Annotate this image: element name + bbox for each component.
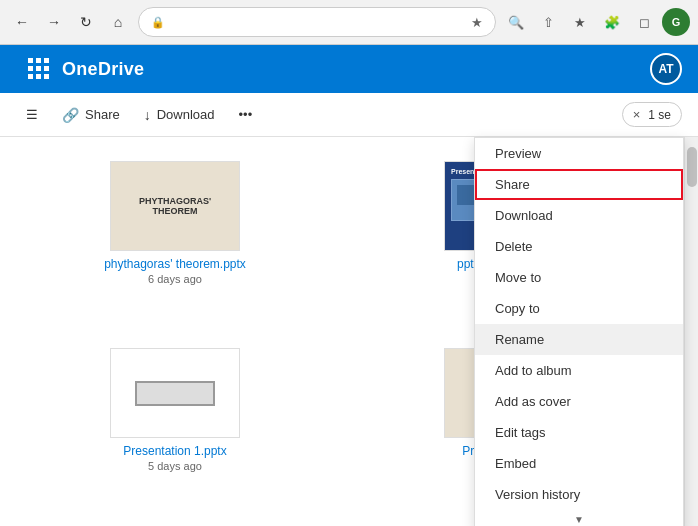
- file-item[interactable]: Presentation 1.pptx 5 days ago: [16, 340, 334, 511]
- file-thumbnail: [110, 348, 240, 438]
- share-icon: 🔗: [62, 107, 79, 123]
- menu-item-add-as-cover[interactable]: Add as cover: [475, 386, 683, 417]
- file-date: 6 days ago: [148, 273, 202, 285]
- menu-label-edit-tags: Edit tags: [495, 425, 546, 440]
- nav-buttons: ← → ↻ ⌂: [8, 8, 132, 36]
- menu-item-copy-to[interactable]: Copy to: [475, 293, 683, 324]
- browser-chrome: ← → ↻ ⌂ 🔒 https://onedrive.live.com/?id=…: [0, 0, 698, 45]
- thumb-phythagoras: PHYTHAGORAS'THEOREM: [111, 162, 239, 250]
- share-label: Share: [85, 107, 120, 122]
- menu-label-rename: Rename: [495, 332, 544, 347]
- menu-label-add-as-cover: Add as cover: [495, 394, 571, 409]
- file-date: 5 days ago: [148, 460, 202, 472]
- menu-scroll-indicator: ▼: [475, 510, 683, 526]
- menu-label-download: Download: [495, 208, 553, 223]
- back-button[interactable]: ←: [8, 8, 36, 36]
- menu-item-add-to-album[interactable]: Add to album: [475, 355, 683, 386]
- home-button[interactable]: ⌂: [104, 8, 132, 36]
- download-button[interactable]: ↓ Download: [134, 101, 225, 129]
- main-content: PHYTHAGORAS'THEOREM phythagoras' theorem…: [0, 137, 698, 526]
- menu-label-delete: Delete: [495, 239, 533, 254]
- window-button[interactable]: ◻: [630, 8, 658, 36]
- file-thumbnail: PHYTHAGORAS'THEOREM: [110, 161, 240, 251]
- thumb-presentation1: [111, 349, 239, 437]
- context-menu: Preview Share Download Delete Move to Co…: [474, 137, 684, 526]
- share-ext-button[interactable]: ⇧: [534, 8, 562, 36]
- file-name: phythagoras' theorem.pptx: [104, 257, 246, 271]
- waffle-icon[interactable]: [28, 58, 50, 80]
- star-button[interactable]: ★: [566, 8, 594, 36]
- file-item[interactable]: PHYTHAGORAS'THEOREM phythagoras' theorem…: [16, 153, 334, 324]
- menu-item-edit-tags[interactable]: Edit tags: [475, 417, 683, 448]
- scroll-down-icon: ▼: [574, 514, 584, 525]
- menu-item-embed[interactable]: Embed: [475, 448, 683, 479]
- app-header: ⁢⁢⁢ OneDrive AT: [0, 45, 698, 93]
- scrollbar-thumb[interactable]: [687, 147, 697, 187]
- lock-icon: 🔒: [151, 16, 165, 29]
- thumb-rect: [135, 381, 215, 406]
- selection-text: 1 se: [648, 108, 671, 122]
- menu-item-version-history[interactable]: Version history: [475, 479, 683, 510]
- download-label: Download: [157, 107, 215, 122]
- menu-label-preview: Preview: [495, 146, 541, 161]
- menu-label-share: Share: [495, 177, 530, 192]
- search-button[interactable]: 🔍: [502, 8, 530, 36]
- app-title: OneDrive: [62, 59, 144, 80]
- share-button[interactable]: 🔗 Share: [52, 101, 130, 129]
- menu-label-version-history: Version history: [495, 487, 580, 502]
- menu-item-rename[interactable]: Rename: [475, 324, 683, 355]
- address-bar[interactable]: 🔒 https://onedrive.live.com/?id=root&cid…: [138, 7, 496, 37]
- browser-toolbar: ← → ↻ ⌂ 🔒 https://onedrive.live.com/?id=…: [0, 0, 698, 44]
- menu-item-share[interactable]: Share: [475, 169, 683, 200]
- menu-label-move-to: Move to: [495, 270, 541, 285]
- hamburger-icon: ☰: [26, 107, 38, 122]
- selection-pill: × 1 se: [622, 102, 682, 127]
- menu-item-preview[interactable]: Preview: [475, 138, 683, 169]
- menu-item-download[interactable]: Download: [475, 200, 683, 231]
- refresh-button[interactable]: ↻: [72, 8, 100, 36]
- menu-label-copy-to: Copy to: [495, 301, 540, 316]
- scrollbar-area[interactable]: [684, 137, 698, 526]
- more-options-button[interactable]: •••: [229, 101, 263, 128]
- hamburger-button[interactable]: ☰: [16, 101, 48, 128]
- more-icon: •••: [239, 107, 253, 122]
- file-name: Presentation 1.pptx: [123, 444, 226, 458]
- profile-button[interactable]: G: [662, 8, 690, 36]
- menu-item-move-to[interactable]: Move to: [475, 262, 683, 293]
- forward-button[interactable]: →: [40, 8, 68, 36]
- user-avatar[interactable]: AT: [650, 53, 682, 85]
- extension-button[interactable]: 🧩: [598, 8, 626, 36]
- menu-label-embed: Embed: [495, 456, 536, 471]
- url-input[interactable]: https://onedrive.live.com/?id=root&cid=.…: [171, 15, 465, 29]
- download-icon: ↓: [144, 107, 151, 123]
- bookmark-icon[interactable]: ★: [471, 15, 483, 30]
- app-header-right: AT: [650, 53, 682, 85]
- close-icon[interactable]: ×: [633, 107, 641, 122]
- menu-item-delete[interactable]: Delete: [475, 231, 683, 262]
- browser-icons: 🔍 ⇧ ★ 🧩 ◻ G: [502, 8, 690, 36]
- file-toolbar: ☰ 🔗 Share ↓ Download ••• × 1 se: [0, 93, 698, 137]
- menu-label-add-to-album: Add to album: [495, 363, 572, 378]
